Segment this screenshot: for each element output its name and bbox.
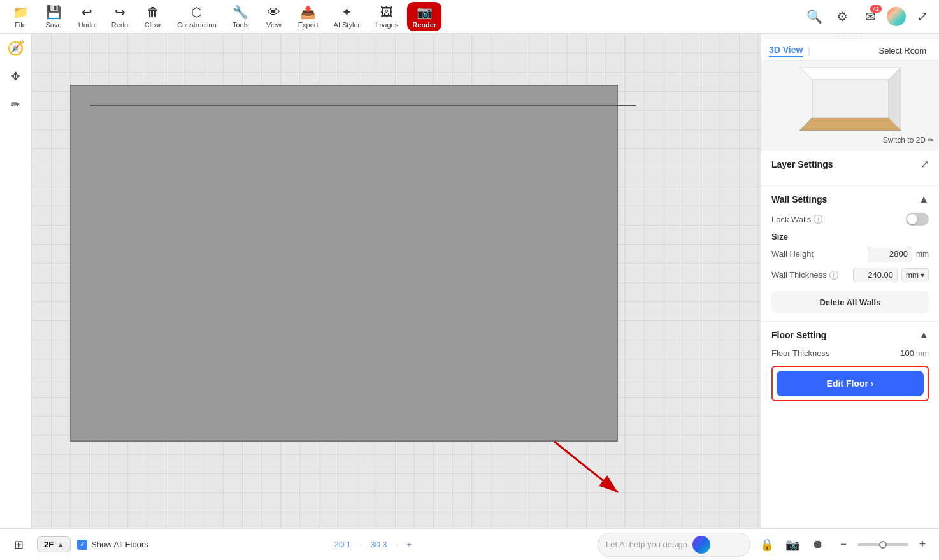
handle-bottom-right[interactable] (632, 105, 636, 106)
save-button[interactable]: 💾 Save (38, 2, 69, 31)
svg-line-1 (554, 442, 618, 492)
main-area: 🧭 ✥ ✏ 5640 5640 3522 3522 (0, 34, 939, 528)
switch-2d-button[interactable]: Switch to 2D ✏ (883, 136, 934, 145)
floor-thickness-value: 100 (900, 348, 914, 358)
bottom-tool-select[interactable]: ⊞ (6, 533, 31, 557)
show-all-floors-checkbox[interactable]: ✓ (77, 540, 87, 550)
undo-icon: ↩ (82, 4, 92, 20)
export-label: Export (298, 21, 319, 29)
floor-inner: 5640 5640 3522 3522 Unnamed 19.87 m² (90, 105, 636, 106)
floor-setting-section: Floor Setting ▲ Floor Thickness 100 mm E… (761, 322, 939, 409)
left-tool-draw[interactable]: ✏ (4, 92, 28, 117)
zoom-slider[interactable] (857, 543, 908, 546)
wall-settings-header: Wall Settings ▲ (771, 194, 929, 205)
resize-dots-icon: · · · · · (836, 34, 864, 39)
left-tool-move[interactable]: ✥ (4, 64, 28, 89)
lock-walls-row: Lock Walls i (771, 213, 929, 226)
camera-icon[interactable]: 📷 (782, 535, 803, 555)
export-button[interactable]: 📤 Export (292, 2, 325, 31)
ai-styler-button[interactable]: ✦ AI Styler (327, 2, 367, 31)
handle-bottom-left[interactable] (90, 105, 94, 106)
edit-floor-button[interactable]: Edit Floor › (777, 371, 924, 396)
user-avatar[interactable] (887, 7, 906, 26)
view-label: View (266, 21, 282, 29)
redo-label: Redo (111, 21, 128, 29)
view-button[interactable]: 👁 View (259, 2, 289, 31)
floor-plan: 5640 5640 3522 3522 Unnamed 19.87 m² (70, 85, 618, 442)
ai-input-group[interactable]: Let AI help you design (598, 533, 750, 557)
clear-button[interactable]: 🗑 Clear (138, 2, 168, 31)
tab-2d[interactable]: 2D 1 (328, 538, 357, 552)
delete-walls-button[interactable]: Delete All Walls (771, 291, 929, 313)
construction-button[interactable]: ⬡ Construction (171, 2, 223, 31)
floor-thickness-label: Floor Thickness (771, 348, 900, 358)
wall-height-row: Wall Height mm (771, 247, 929, 261)
tab-3d-view[interactable]: 3D View (769, 45, 803, 57)
record-icon[interactable]: ⏺ (808, 535, 828, 555)
tools-button[interactable]: 🔧 Tools (226, 2, 256, 31)
wall-settings-collapse[interactable]: ▲ (919, 194, 929, 205)
save-icon: 💾 (46, 4, 62, 20)
wall-thickness-input[interactable] (853, 268, 898, 282)
lock-walls-toggle[interactable] (906, 213, 929, 226)
toolbar-right: 🔍 ⚙ ✉ 42 ⤢ (803, 5, 934, 28)
zoom-slider-group: − + (833, 535, 933, 555)
mail-button[interactable]: ✉ 42 (859, 5, 882, 28)
room-label: Unnamed 19.87 m² (338, 105, 387, 106)
wall-thickness-unit-dropdown[interactable]: mm ▾ (901, 268, 929, 282)
room-3d-svg (799, 67, 901, 143)
mail-badge: 42 (870, 5, 882, 13)
show-floors-group: ✓ Show All Floors (77, 540, 148, 550)
tab-add[interactable]: + (401, 538, 418, 552)
layer-settings-section: Layer Settings ⤢ (761, 150, 939, 186)
select-room-button[interactable]: Select Room (874, 44, 931, 57)
wall-settings-title: Wall Settings (771, 194, 827, 205)
ai-styler-label: AI Styler (334, 21, 361, 29)
handle-top-left[interactable] (90, 105, 94, 106)
floor-selector[interactable]: 2F ▲ (37, 536, 71, 552)
wall-height-input[interactable] (868, 247, 912, 261)
canvas-area[interactable]: 5640 5640 3522 3522 Unnamed 19.87 m² (32, 34, 761, 528)
handle-top-right[interactable] (632, 105, 636, 106)
lock-walls-info[interactable]: i (814, 215, 822, 224)
view-3d-preview: Switch to 2D ✏ (761, 61, 939, 150)
wall-thickness-value-group: mm ▾ (853, 268, 929, 282)
floor-select-group: 2F ▲ (37, 536, 71, 552)
toolbar: 📁 File 💾 Save ↩ Undo ↪ Redo 🗑 Clear ⬡ Co… (0, 0, 939, 34)
floor-outer-wall: 5640 5640 3522 3522 Unnamed 19.87 m² (70, 85, 618, 442)
bottom-right-tools: 🔒 📷 ⏺ − + (757, 535, 933, 555)
expand-button[interactable]: ⤢ (911, 5, 934, 28)
layer-expand-button[interactable]: ⤢ (921, 158, 929, 170)
lock-walls-label: Lock Walls i (771, 215, 906, 224)
save-label: Save (45, 21, 61, 29)
file-button[interactable]: 📁 File (5, 2, 36, 31)
wall-thickness-unit: mm (906, 271, 919, 280)
layer-settings-title: Layer Settings (771, 159, 833, 169)
render-label: Render (412, 21, 436, 29)
images-button[interactable]: 🖼 Images (369, 2, 405, 31)
clear-icon: 🗑 (147, 5, 159, 20)
tab-3d[interactable]: 3D 3 (364, 538, 393, 552)
undo-label: Undo (78, 21, 95, 29)
floor-setting-title: Floor Setting (771, 330, 826, 340)
room-area: 19.87 m² (344, 105, 382, 106)
undo-button[interactable]: ↩ Undo (71, 2, 102, 31)
tab-bar-bottom: 2D 1 · 3D 3 · + (328, 538, 417, 552)
zoom-in-icon[interactable]: + (912, 535, 933, 555)
floor-label: 2F (44, 540, 54, 549)
search-button[interactable]: 🔍 (803, 5, 826, 28)
render-button[interactable]: 📷 Render (407, 2, 441, 31)
floor-setting-collapse[interactable]: ▲ (919, 329, 929, 341)
clear-label: Clear (145, 21, 161, 29)
redo-button[interactable]: ↪ Redo (104, 2, 135, 31)
zoom-out-icon[interactable]: − (833, 535, 854, 555)
resize-handle[interactable]: · · · · · (761, 34, 939, 39)
settings-button[interactable]: ⚙ (831, 5, 854, 28)
construction-label: Construction (177, 21, 217, 29)
ai-placeholder: Let AI help you design (606, 540, 687, 549)
floor-thickness-unit: mm (916, 349, 929, 358)
show-all-floors-label: Show All Floors (91, 540, 148, 549)
wall-thickness-info[interactable]: i (829, 271, 838, 280)
ai-avatar (692, 536, 710, 554)
lock-icon[interactable]: 🔒 (757, 535, 777, 555)
